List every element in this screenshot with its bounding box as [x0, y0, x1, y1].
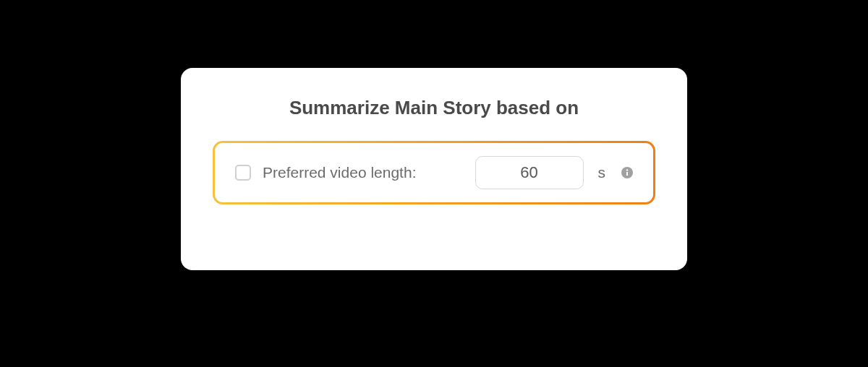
- preferred-length-option: Preferred video length: s: [213, 141, 655, 204]
- settings-card: Summarize Main Story based on Preferred …: [181, 68, 687, 270]
- card-title: Summarize Main Story based on: [213, 97, 655, 119]
- preferred-length-label: Preferred video length:: [263, 164, 416, 181]
- svg-rect-1: [626, 172, 628, 176]
- preferred-length-checkbox[interactable]: [235, 165, 251, 181]
- info-icon[interactable]: [621, 167, 633, 178]
- preferred-length-input[interactable]: [475, 156, 584, 189]
- svg-point-2: [626, 169, 628, 170]
- unit-label: s: [598, 164, 606, 181]
- option-row-inner: Preferred video length: s: [215, 143, 653, 202]
